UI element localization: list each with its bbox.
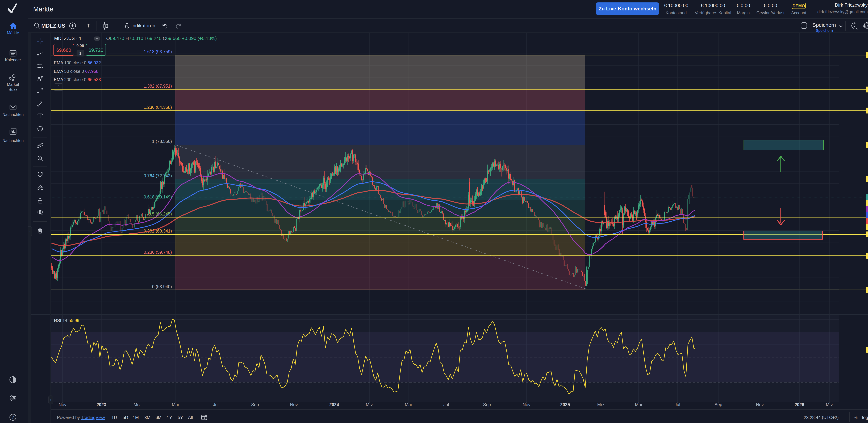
svg-text:?: ?	[12, 415, 14, 420]
